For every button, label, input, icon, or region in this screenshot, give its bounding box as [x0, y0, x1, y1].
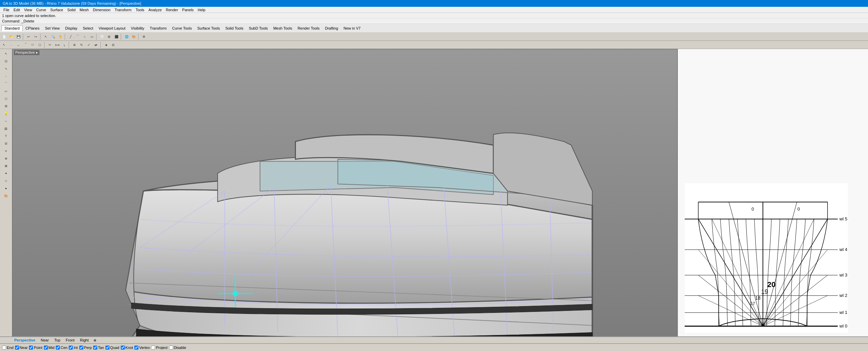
menu-item-solid[interactable]: Solid	[65, 8, 78, 12]
osnap-near[interactable]: Near	[15, 346, 28, 350]
sidebar-color[interactable]: 🎨	[1, 193, 11, 199]
sidebar-dim[interactable]: ↔	[1, 118, 11, 124]
save-icon[interactable]: 💾	[15, 33, 22, 40]
sidebar-surface2[interactable]: ▭	[1, 88, 11, 95]
mirror-icon[interactable]: ⇄	[93, 41, 99, 48]
trim-icon[interactable]: ✂	[47, 41, 53, 48]
osnap-project[interactable]: Project	[151, 346, 167, 350]
osnap-int[interactable]: Int	[69, 346, 78, 350]
solid-icon[interactable]: ⬛	[113, 33, 120, 40]
tab-surface-tools[interactable]: Surface Tools	[195, 26, 222, 31]
sidebar-light[interactable]: 💡	[1, 110, 11, 117]
cage-icon[interactable]: ⊟	[110, 41, 117, 48]
polygon-icon[interactable]: ⬡	[36, 41, 43, 48]
ellipse-icon[interactable]: ⬭	[29, 41, 36, 48]
sidebar-hatch[interactable]: ▤	[1, 125, 11, 132]
vp-tab-near[interactable]: Near	[40, 338, 50, 342]
polyline-icon[interactable]: ⌄	[15, 41, 22, 48]
sidebar-osnap[interactable]: ✦	[1, 170, 11, 177]
tab-solid-tools[interactable]: Solid Tools	[222, 26, 246, 31]
tab-display[interactable]: Display	[62, 26, 80, 31]
point-icon[interactable]: ·	[8, 41, 15, 48]
sidebar-mesh2[interactable]: ⊞	[1, 103, 11, 110]
move-icon[interactable]: ⊕	[71, 41, 78, 48]
vp-tab-front[interactable]: Front	[65, 338, 75, 342]
tab-standard[interactable]: Standard	[1, 25, 23, 31]
menu-item-file[interactable]: File	[1, 8, 12, 12]
vp-tab-perspective[interactable]: Perspective	[14, 338, 36, 342]
sidebar-text[interactable]: T	[1, 133, 11, 139]
sidebar-snap[interactable]: ⊠	[1, 163, 11, 169]
new-icon[interactable]: 📄	[1, 33, 7, 40]
osnap-point[interactable]: Point	[29, 346, 42, 350]
menu-item-mesh[interactable]: Mesh	[78, 8, 91, 12]
sidebar-history[interactable]: ⊕	[1, 155, 11, 162]
menu-item-transform[interactable]: Transform	[113, 8, 134, 12]
osnap-vertex[interactable]: Vertex	[134, 346, 150, 350]
options-icon[interactable]: ⚙	[140, 33, 147, 40]
extend-icon[interactable]: ⟷	[54, 41, 61, 48]
scale-icon[interactable]: ⤢	[85, 41, 92, 48]
sidebar-properties[interactable]: ≡	[1, 148, 11, 154]
sidebar-gumball[interactable]: ⊹	[1, 178, 11, 184]
surface-icon[interactable]: ⬜	[99, 33, 105, 40]
boat-canvas[interactable]: x y	[13, 49, 677, 351]
select-icon[interactable]: ↖	[43, 33, 49, 40]
undo-icon[interactable]: ↩	[25, 33, 32, 40]
osnap-perp[interactable]: Perp	[79, 346, 92, 350]
render-preview-icon[interactable]: 🌐	[123, 33, 130, 40]
sidebar-curve2[interactable]: ⌒	[1, 80, 11, 87]
cursor-icon[interactable]: ↖	[1, 41, 7, 48]
circle-icon[interactable]: ○	[81, 33, 88, 40]
rotate-icon[interactable]: ↻	[78, 41, 85, 48]
menu-item-panels[interactable]: Panels	[180, 8, 196, 12]
osnap-cen[interactable]: Cen	[56, 346, 67, 350]
redo-icon[interactable]: ↪	[32, 33, 39, 40]
menu-item-dimension[interactable]: Dimension	[91, 8, 113, 12]
pan-icon[interactable]: ✋	[57, 33, 64, 40]
osnap-disable[interactable]: Disable	[169, 346, 186, 350]
tab-viewport-layout[interactable]: Viewport Layout	[96, 26, 128, 31]
tab-set-view[interactable]: Set View	[42, 26, 62, 31]
sidebar-record[interactable]: ●	[1, 185, 11, 192]
tab-mesh-tools[interactable]: Mesh Tools	[270, 26, 295, 31]
curve-icon[interactable]: ⌒	[74, 33, 81, 40]
fillet-icon[interactable]: ╮	[61, 41, 68, 48]
sidebar-lasso[interactable]: ∿	[1, 65, 11, 72]
zoom-icon[interactable]: 🔍	[50, 33, 56, 40]
menu-item-analyze[interactable]: Analyze	[146, 8, 164, 12]
open-icon[interactable]: 📂	[8, 33, 15, 40]
osnap-knot[interactable]: Knot	[121, 346, 133, 350]
sidebar-area[interactable]: ⊡	[1, 58, 11, 65]
rect-icon[interactable]: ▭	[88, 33, 95, 40]
sidebar-point2[interactable]: ◦	[1, 73, 11, 80]
tab-subd-tools[interactable]: SubD Tools	[246, 26, 270, 31]
subd-icon[interactable]: ◈	[103, 41, 110, 48]
osnap-end[interactable]: End	[2, 346, 14, 350]
menu-item-tools[interactable]: Tools	[134, 8, 147, 12]
tab-drafting[interactable]: Drafting	[322, 26, 341, 31]
vp-tab-right[interactable]: Right	[79, 338, 89, 342]
sidebar-layer[interactable]: ⊟	[1, 140, 11, 147]
menu-item-surface[interactable]: Surface	[48, 8, 65, 12]
tab-render-tools[interactable]: Render Tools	[295, 26, 322, 31]
tab-visibility[interactable]: Visibility	[128, 26, 147, 31]
osnap-quad[interactable]: Quad	[105, 346, 119, 350]
vp-tab-top[interactable]: Top	[54, 338, 61, 342]
menu-item-help[interactable]: Help	[196, 8, 207, 12]
sidebar-select[interactable]: ↖	[1, 50, 11, 57]
osnap-tan[interactable]: Tan	[93, 346, 104, 350]
mesh-icon[interactable]: ⊞	[106, 33, 113, 40]
tab-cplanes[interactable]: CPlanes	[23, 26, 43, 31]
sidebar-solid2[interactable]: ◻	[1, 95, 11, 102]
arc-icon[interactable]: ⌒	[22, 41, 29, 48]
vp-tab-add[interactable]: ⊕	[94, 338, 96, 342]
tab-curve-tools[interactable]: Curve Tools	[169, 26, 195, 31]
line-icon[interactable]: ╱	[67, 33, 74, 40]
menu-item-render[interactable]: Render	[164, 8, 180, 12]
tab-select[interactable]: Select	[80, 26, 96, 31]
viewport-label[interactable]: Perspective ▸	[14, 50, 39, 55]
osnap-mid[interactable]: Mid	[44, 346, 55, 350]
tab-transform[interactable]: Transform	[147, 26, 169, 31]
material-icon[interactable]: 🎨	[130, 33, 137, 40]
